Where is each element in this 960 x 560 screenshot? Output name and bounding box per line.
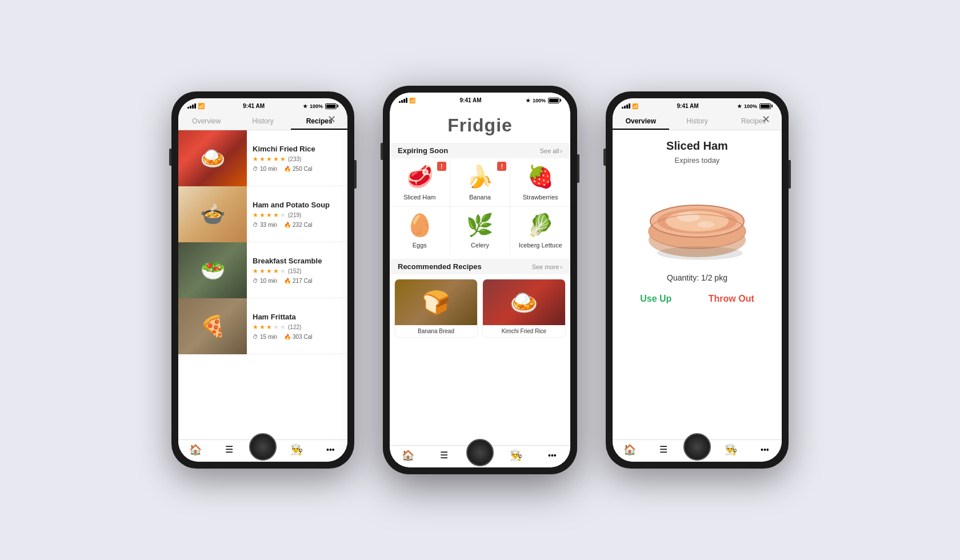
nav-list-3[interactable]: ☰ [646, 445, 680, 455]
item-expiry: Expires today [675, 156, 720, 165]
phone-3: 📶 9:41 AM ★ 100% ✕ [606, 91, 789, 469]
recipe-item-1[interactable]: 🍛 Kimchi Fried Rice ★★★★★ (233) ⏱ [178, 130, 347, 186]
stars-3: ★★★★★ (152) [253, 267, 342, 275]
throw-out-button[interactable]: Throw Out [709, 294, 754, 304]
phone-2: 📶 9:41 AM ★ 100% Fridgie [383, 86, 577, 474]
recipe-name-2: Ham and Potato Soup [253, 201, 342, 209]
lettuce-label: Iceberg Lettuce [519, 242, 562, 249]
ham-emoji: 🥩 [406, 164, 433, 190]
close-button-1[interactable]: ✕ [327, 114, 336, 125]
recipe-item-4[interactable]: 🍕 Ham Frittata ★★★★★ (122) ⏱ [178, 298, 347, 354]
recipe-time-2: ⏱ 33 min [253, 222, 277, 228]
wifi-icon-3: 📶 [632, 103, 638, 109]
banana-bread-label: Banana Bread [395, 325, 477, 337]
nav-more-2[interactable]: ••• [534, 450, 570, 461]
stars-1: ★★★★★ (233) [253, 155, 342, 163]
recipe-item-2[interactable]: 🍲 Ham and Potato Soup ★★★★★ (219) ⏱ [178, 186, 347, 242]
home-button-1[interactable] [249, 433, 277, 461]
use-up-button[interactable]: Use Up [640, 294, 671, 304]
tab-overview-3[interactable]: Overview [613, 111, 669, 130]
bluetooth-icon-3: ★ [737, 103, 742, 109]
recipe-item-3[interactable]: 🥗 Breakfast Scramble ★★★★★ (152) ⏱ [178, 242, 347, 298]
recipe-cal-1: 🔥 250 Cal [284, 166, 312, 172]
kimchi-rice-img: 🍛 [483, 279, 565, 325]
recipe-time-3: ⏱ 10 min [253, 278, 277, 284]
kimchi-rice-label: Kimchi Fried Rice [483, 325, 565, 337]
food-strawberries[interactable]: 🍓 Strawberries [510, 158, 570, 206]
tab-recipes-3[interactable]: Recipes [725, 111, 782, 130]
expiry-badge-ham: ! [437, 162, 446, 171]
recipe-name-4: Ham Frittata [253, 313, 342, 321]
nav-chef-1[interactable]: 👨‍🍳 [280, 445, 314, 455]
nav-chef-2[interactable]: 👨‍🍳 [498, 450, 534, 461]
food-lettuce[interactable]: 🥬 Iceberg Lettuce [510, 207, 570, 255]
celery-emoji: 🌿 [466, 213, 493, 239]
tab-recipes-1[interactable]: Recipes [291, 111, 347, 130]
nav-more-1[interactable]: ••• [314, 445, 347, 455]
recommended-title: Recommended Recipes [398, 262, 482, 271]
svg-point-9 [657, 246, 743, 260]
battery-pct-2: 100% [533, 98, 546, 103]
recipe-time-4: ⏱ 15 min [253, 334, 277, 340]
tab-bar-3: Overview History Recipes [613, 111, 782, 130]
food-sliced-ham[interactable]: ! 🥩 Sliced Ham [390, 158, 450, 206]
strawberry-emoji: 🍓 [527, 164, 554, 190]
food-celery[interactable]: 🌿 Celery [450, 207, 510, 255]
nav-more-3[interactable]: ••• [748, 445, 782, 455]
stars-2: ★★★★★ (219) [253, 211, 342, 219]
tab-history-3[interactable]: History [669, 111, 726, 130]
eggs-label: Eggs [413, 242, 427, 249]
recipe-card-kimchi[interactable]: 🍛 Kimchi Fried Rice [482, 279, 566, 338]
recipe-cal-3: 🔥 217 Cal [284, 278, 312, 284]
time-3: 9:41 AM [677, 103, 698, 109]
bluetooth-icon-2: ★ [526, 98, 530, 103]
wifi-icon-1: 📶 [198, 103, 205, 109]
bluetooth-icon-1: ★ [303, 103, 307, 109]
food-banana[interactable]: ! 🍌 Banana [450, 158, 510, 206]
banana-label: Banana [469, 194, 491, 201]
status-bar-2: 📶 9:41 AM ★ 100% [390, 93, 570, 106]
tab-overview-1[interactable]: Overview [178, 111, 235, 130]
tab-history-1[interactable]: History [235, 111, 291, 130]
close-button-3[interactable]: ✕ [762, 114, 770, 125]
recipe-name-1: Kimchi Fried Rice [253, 145, 342, 153]
celery-label: Celery [471, 242, 489, 249]
phones-container: 📶 9:41 AM ★ 100% ✕ [171, 86, 789, 474]
time-2: 9:41 AM [459, 97, 481, 103]
recipe-time-1: ⏱ 10 min [253, 166, 277, 172]
banana-emoji: 🍌 [466, 164, 493, 190]
expiry-badge-banana: ! [497, 162, 506, 171]
home-button-3[interactable] [683, 433, 711, 461]
expiring-header: Expiring Soon See all › [390, 143, 570, 158]
nav-home-1[interactable]: 🏠 [178, 445, 212, 455]
app-title: Fridgie [390, 106, 570, 143]
expiring-title: Expiring Soon [398, 146, 448, 155]
nav-list-2[interactable]: ☰ [426, 450, 462, 461]
status-bar-3: 📶 9:41 AM ★ 100% [613, 98, 782, 111]
recipe-thumb-2: 🍲 [178, 186, 247, 242]
recipe-thumb-4: 🍕 [178, 298, 247, 354]
food-eggs[interactable]: 🥚 Eggs [390, 207, 450, 255]
item-quantity: Quantity: 1/2 pkg [667, 273, 727, 282]
see-all-btn[interactable]: See all › [540, 147, 562, 154]
svg-point-6 [697, 221, 714, 228]
recipe-cards: 🍞 Banana Bread 🍛 Kimchi Fried Rice [390, 274, 570, 342]
nav-chef-3[interactable]: 👨‍🍳 [714, 445, 748, 455]
home-button-2[interactable] [466, 439, 494, 466]
lettuce-emoji: 🥬 [527, 213, 554, 239]
nav-home-2[interactable]: 🏠 [390, 450, 426, 461]
recipe-cal-4: 🔥 303 Cal [284, 334, 312, 340]
recipe-cal-2: 🔥 232 Cal [284, 222, 312, 228]
expiring-grid: ! 🥩 Sliced Ham ! 🍌 Banana 🍓 Strawberries [390, 158, 570, 254]
banana-bread-img: 🍞 [395, 279, 477, 325]
battery-pct-3: 100% [744, 103, 757, 109]
battery-pct-1: 100% [310, 103, 323, 109]
detail-content: Sliced Ham Expires today [613, 130, 782, 439]
phone-1: 📶 9:41 AM ★ 100% ✕ [171, 91, 354, 469]
recipe-card-banana[interactable]: 🍞 Banana Bread [394, 279, 478, 338]
see-more-btn[interactable]: See more › [532, 263, 562, 270]
item-image [640, 173, 754, 264]
nav-list-1[interactable]: ☰ [212, 445, 246, 455]
nav-home-3[interactable]: 🏠 [613, 445, 646, 455]
item-actions: Use Up Throw Out [622, 294, 773, 304]
